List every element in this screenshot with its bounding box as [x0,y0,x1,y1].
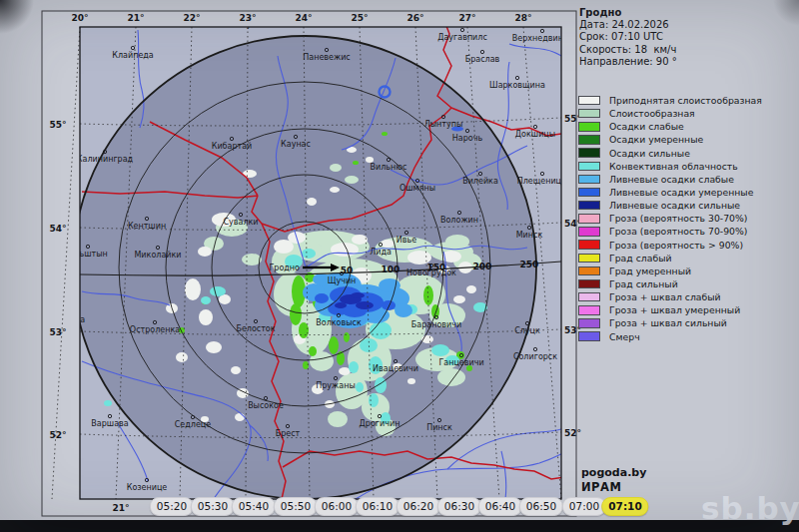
legend: Приподнятая слоистообразнаяСлоистообразн… [578,94,762,343]
time-pill[interactable]: 07:00 [562,497,606,516]
city-label: Сувалки [223,218,258,227]
city-label: Браслав [465,55,500,64]
legend-item: Град слабый [578,252,762,265]
city-label: Ошмяны [400,184,435,193]
time-pill[interactable]: 06:20 [397,497,440,516]
city-label: Воложин [440,216,478,225]
legend-swatch [578,240,600,250]
city-label: Слуцк [514,326,540,335]
legend-label: Смерч [609,331,640,342]
legend-label: Гроза (вероятность 70-90%) [609,226,747,237]
city-label: Миколайки [134,251,181,260]
city-label: Барановичи [411,320,461,329]
org-label: ИРАМ [581,480,646,495]
svg-text:25°: 25° [351,13,368,23]
legend-item: Гроза (вероятность > 90%) [578,239,762,252]
city-label: Лида [370,248,392,257]
legend-item: Слоистообразная [578,107,762,120]
station-name: Гродно [579,7,677,19]
city-label: Даугавпилс [437,33,487,42]
header-line: Направление: 90 ° [579,56,677,68]
bottom-bezel [0,520,799,532]
legend-item: Конвективная облачность [578,160,762,173]
svg-text:20°: 20° [71,13,88,23]
city-label: Волковыск [316,318,362,327]
city-label: Солигорск [513,352,557,361]
time-pill[interactable]: 06:30 [437,497,481,516]
svg-text:50: 50 [341,266,354,275]
legend-item: Осадки умеренные [578,133,762,146]
legend-item: Ливневые осадки слабые [578,173,762,186]
legend-swatch [578,227,600,237]
svg-text:22°: 22° [183,13,200,23]
legend-swatch [578,318,600,328]
radar-screenshot: 20°21°22°23°24°25°26°27°28°55°55°54°54°5… [0,0,799,532]
time-pill[interactable]: 06:40 [478,497,522,516]
city-label: Кибартай [212,142,253,151]
legend-item: Осадки сильные [578,147,762,160]
legend-item: Гроза + шквал умеренный [578,303,762,316]
legend-label: Гроза + шквал умеренный [609,304,740,315]
city-label: Щучин [328,276,357,285]
legend-item: Град сильный [578,277,762,290]
time-pill[interactable]: 06:50 [519,497,563,516]
legend-swatch [578,109,600,119]
legend-label: Конвективная облачность [609,161,738,172]
svg-text:26°: 26° [406,13,423,23]
city-label: Шарковщина [489,81,545,90]
time-pill[interactable]: 07:10 [601,497,648,516]
legend-swatch [578,201,600,211]
city-label: Новогрудок [406,268,456,277]
city-label: Варшава [91,419,128,428]
time-pill[interactable]: 05:50 [274,497,318,516]
svg-text:100: 100 [382,265,400,274]
city-label: Калининград [77,155,134,164]
source-link[interactable]: pogoda.by [581,466,646,480]
svg-text:24°: 24° [295,13,312,23]
watermark: sb.by [701,490,799,526]
time-pill[interactable]: 05:40 [232,497,276,516]
legend-label: Осадки умеренные [609,134,703,145]
svg-text:53°: 53° [49,327,66,337]
legend-swatch [578,214,600,224]
svg-text:21°: 21° [112,503,129,513]
legend-swatch [578,305,600,315]
legend-swatch [578,266,600,276]
city-label: Вилейка [462,177,498,186]
city-label: Докшицы [515,130,555,139]
header-info: Гродно Дата: 24.02.2026Срок: 07:10 UTCСк… [579,7,677,68]
legend-swatch [578,175,600,185]
header-line: Срок: 07:10 UTC [579,31,677,43]
time-pill[interactable]: 06:00 [315,497,359,516]
city-label: Нарочь [452,134,483,143]
legend-label: Гроза + шквал сильный [609,317,727,328]
legend-label: Ливневые осадки сильные [609,200,740,211]
legend-label: Гроза (вероятность > 90%) [609,240,743,251]
svg-text:21°: 21° [127,13,144,23]
city-label: Брест [276,429,301,438]
legend-label: Приподнятая слоистообразная [609,95,762,106]
time-pill[interactable]: 05:30 [191,497,235,516]
legend-item: Осадки слабые [578,120,762,133]
city-label: Плещеницы [517,177,568,186]
legend-swatch [578,122,600,132]
city-label: Ганцевичи [438,358,483,367]
legend-swatch [578,279,600,289]
legend-swatch [578,188,600,198]
city-label: Высокое [248,401,284,410]
legend-item: Ливневые осадки сильные [578,199,762,212]
time-pill[interactable]: 06:10 [356,497,400,516]
city-label: Белосток [236,324,275,333]
city-label: Пружаны [316,381,355,390]
legend-item: Гроза + шквал сильный [578,316,762,329]
legend-swatch [578,148,600,158]
legend-item: Град умеренный [578,265,762,277]
city-label: Клайпеда [112,51,154,60]
legend-swatch [578,96,600,106]
city-label: Пинск [426,423,452,432]
svg-text:200: 200 [473,262,492,271]
city-label: Ивацевичи [373,364,418,373]
time-pill[interactable]: 05:20 [150,497,194,516]
city-label: Дрогичин [360,419,400,428]
svg-text:27°: 27° [458,13,475,23]
